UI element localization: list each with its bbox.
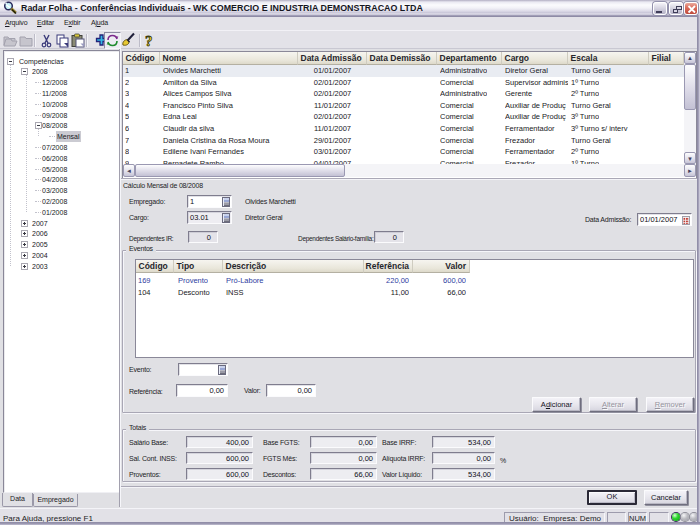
svg-text:?: ?	[145, 33, 153, 49]
